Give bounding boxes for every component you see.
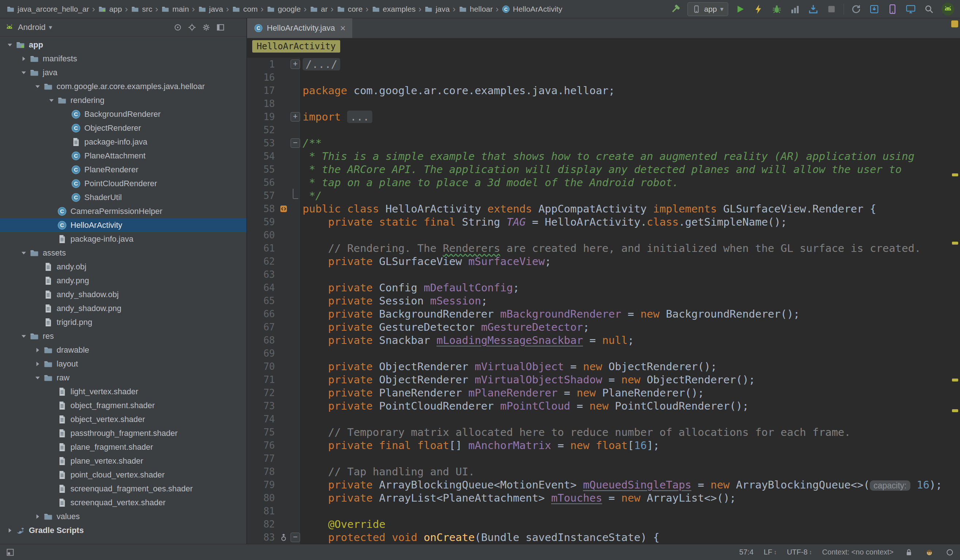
code-line[interactable]: 55 * the ARCore API. The application wil… — [247, 163, 960, 176]
caret-position-widget[interactable]: 57:4 — [739, 548, 754, 556]
tree-expand-arrow[interactable] — [33, 359, 42, 369]
tree-item[interactable]: app — [0, 38, 246, 52]
code-line[interactable]: 19+import ... — [247, 110, 960, 123]
breakpoint-gutter[interactable]: 64 — [247, 281, 300, 294]
tree-item[interactable]: res — [0, 329, 246, 343]
run-button[interactable] — [734, 3, 746, 15]
breakpoint-gutter[interactable]: 76 — [247, 439, 300, 452]
breakpoint-gutter[interactable]: 70 — [247, 360, 300, 373]
breadcrumb-item[interactable]: ar — [309, 4, 329, 14]
code-text[interactable] — [300, 347, 302, 360]
breakpoint-gutter[interactable]: 78 — [247, 465, 300, 478]
device-monitor-button[interactable] — [904, 3, 917, 15]
attach-debugger-button[interactable] — [807, 3, 819, 15]
code-text[interactable] — [300, 97, 302, 110]
tree-item[interactable]: package-info.java — [0, 135, 246, 149]
breakpoint-gutter[interactable]: 79 — [247, 478, 300, 491]
tree-item[interactable]: andy.png — [0, 274, 246, 288]
search-everywhere-button[interactable] — [923, 3, 935, 15]
stop-button[interactable] — [825, 3, 838, 15]
code-text[interactable]: protected void onCreate(Bundle savedInst… — [300, 531, 659, 544]
breakpoint-gutter[interactable]: 81 — [247, 504, 300, 518]
breakpoint-gutter[interactable]: 66 — [247, 307, 300, 320]
tree-item[interactable]: plane_vertex.shader — [0, 454, 246, 468]
breakpoint-gutter[interactable]: 63 — [247, 268, 300, 281]
settings-gear-button[interactable] — [201, 22, 212, 33]
breadcrumb-item[interactable]: java — [197, 4, 224, 14]
breadcrumb-item[interactable]: CHelloArActivity — [501, 4, 563, 14]
tree-collapse-arrow[interactable] — [47, 96, 56, 105]
code-text[interactable]: private PlaneRenderer mPlaneRenderer = n… — [300, 386, 704, 399]
tree-item[interactable]: com.google.ar.core.examples.java.helloar — [0, 80, 246, 93]
code-line[interactable]: 59 private static final String TAG = Hel… — [247, 215, 960, 229]
tab-helloaractivity[interactable]: C HelloArActivity.java — [247, 18, 352, 38]
breakpoint-gutter[interactable]: 61 — [247, 242, 300, 255]
code-text[interactable] — [300, 452, 302, 465]
tree-item[interactable]: rendering — [0, 93, 246, 107]
tree-item[interactable]: light_vertex.shader — [0, 385, 246, 398]
code-line[interactable]: 61 // Rendering. The Renderers are creat… — [247, 242, 960, 255]
code-line[interactable]: 80 private ArrayList<PlaneAttachment> mT… — [247, 491, 960, 504]
debug-button[interactable] — [771, 3, 783, 15]
tree-item[interactable]: screenquad_vertex.shader — [0, 496, 246, 510]
line-separator-widget[interactable]: LF — [764, 548, 776, 556]
tree-collapse-arrow[interactable] — [33, 373, 42, 382]
breakpoint-gutter[interactable]: 1+ — [247, 58, 300, 71]
breadcrumb-item[interactable]: helloar — [458, 4, 494, 14]
inspection-status-icon[interactable] — [951, 21, 958, 27]
breadcrumb-item[interactable]: main — [160, 4, 190, 14]
breakpoint-gutter[interactable]: 53− — [247, 136, 300, 150]
breakpoint-gutter[interactable]: 68 — [247, 334, 300, 347]
breakpoint-gutter[interactable]: 60 — [247, 229, 300, 242]
breakpoint-gutter[interactable]: 54 — [247, 150, 300, 163]
code-line[interactable]: 56 * tap on a plane to place a 3d model … — [247, 176, 960, 189]
gradle-sync-button[interactable] — [850, 3, 862, 15]
code-text[interactable]: private BackgroundRenderer mBackgroundRe… — [300, 307, 800, 320]
code-text[interactable]: package com.google.ar.core.examples.java… — [300, 84, 615, 97]
tree-item[interactable]: drawable — [0, 343, 246, 357]
breakpoint-gutter[interactable]: 74 — [247, 413, 300, 426]
code-text[interactable]: // Temporary matrix allocated here to re… — [300, 426, 851, 439]
tree-item[interactable]: CCameraPermissionHelper — [0, 205, 246, 218]
tree-item[interactable]: layout — [0, 357, 246, 371]
code-line[interactable]: 77 — [247, 452, 960, 465]
code-line[interactable]: 68 private Snackbar mLoadingMessageSnack… — [247, 334, 960, 347]
breakpoint-gutter[interactable]: 19+ — [247, 110, 300, 123]
locate-file-button[interactable] — [187, 22, 197, 33]
profile-button[interactable] — [789, 3, 801, 15]
code-text[interactable] — [300, 268, 302, 281]
tree-item[interactable]: point_cloud_vertex.shader — [0, 468, 246, 482]
breadcrumb-item[interactable]: core — [336, 4, 364, 14]
code-line[interactable]: 62 private GLSurfaceView mSurfaceView; — [247, 255, 960, 268]
write-lock-icon[interactable] — [904, 547, 914, 557]
tree-item[interactable]: CObjectRenderer — [0, 121, 246, 135]
code-line[interactable]: 71 private ObjectRenderer mVirtualObject… — [247, 373, 960, 386]
code-text[interactable]: private final float[] mAnchorMatrix = ne… — [300, 439, 659, 452]
tree-item[interactable]: values — [0, 510, 246, 523]
breadcrumb-current-class[interactable]: HelloArActivity — [252, 40, 340, 53]
breakpoint-gutter[interactable]: 83− — [247, 531, 300, 544]
breakpoint-gutter[interactable]: 58 — [247, 202, 300, 215]
code-text[interactable]: import ... — [300, 110, 372, 123]
breakpoint-gutter[interactable]: 16 — [247, 71, 300, 84]
breakpoint-gutter[interactable]: 73 — [247, 399, 300, 413]
code-text[interactable]: private static final String TAG = HelloA… — [300, 215, 787, 229]
code-text[interactable]: private ArrayList<PlaneAttachment> mTouc… — [300, 491, 736, 504]
code-text[interactable]: // Rendering. The Renderers are created … — [300, 242, 921, 255]
dropdown-caret-icon[interactable] — [49, 24, 52, 30]
code-text[interactable]: private GLSurfaceView mSurfaceView; — [300, 255, 551, 268]
tree-item[interactable]: CHelloArActivity — [0, 218, 246, 232]
hide-panel-button[interactable] — [215, 22, 226, 33]
tree-item[interactable]: screenquad_fragment_oes.shader — [0, 482, 246, 496]
fold-expand-icon[interactable]: + — [291, 59, 300, 69]
code-line[interactable]: 1+/.../ — [247, 58, 960, 71]
breakpoint-gutter[interactable]: 18 — [247, 97, 300, 110]
tree-item[interactable]: CPointCloudRenderer — [0, 177, 246, 190]
code-line[interactable]: 52 — [247, 123, 960, 136]
tree-item[interactable]: trigrid.png — [0, 315, 246, 329]
code-text[interactable]: // Tap handling and UI. — [300, 465, 475, 478]
breakpoint-gutter[interactable]: 82 — [247, 518, 300, 531]
code-text[interactable]: private PointCloudRenderer mPointCloud =… — [300, 399, 749, 413]
hector-inspector-icon[interactable] — [924, 547, 934, 557]
code-line[interactable]: 54 * This is a simple example that shows… — [247, 150, 960, 163]
